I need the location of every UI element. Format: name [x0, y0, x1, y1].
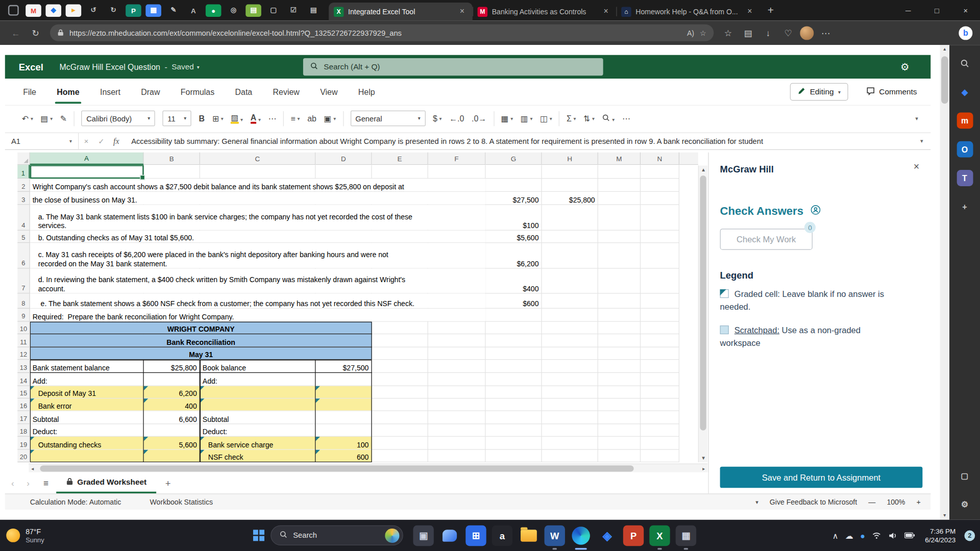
amazon-icon[interactable]: a [492, 525, 512, 545]
pinned-tab-icon[interactable]: P [126, 4, 141, 16]
favorites-icon[interactable]: ☆ [720, 24, 737, 41]
tab-close-icon[interactable]: × [457, 6, 468, 17]
profile-avatar[interactable] [800, 26, 814, 40]
downloads-icon[interactable]: ↓ [760, 24, 776, 41]
sheet-cell[interactable]: 5,600 [144, 437, 200, 449]
pinned-tab-icon[interactable]: ☑ [286, 4, 302, 16]
volume-icon[interactable] [888, 531, 897, 540]
status-chevron-icon[interactable]: ▾ [755, 499, 758, 505]
scroll-left-icon[interactable]: ◂ [31, 466, 34, 471]
minimize-button[interactable]: ─ [894, 0, 922, 20]
sheet-cell[interactable]: $5,600 [485, 231, 542, 242]
increase-decimal-icon[interactable]: .0→ [472, 114, 486, 123]
pinned-tab-icon[interactable]: ▤ [306, 4, 322, 16]
row-header[interactable]: 6 [17, 243, 30, 268]
more-commands-icon[interactable]: ⋯ [622, 114, 630, 123]
sort-filter-icon[interactable]: ⇅▾ [583, 114, 595, 123]
pinned-tab-icon[interactable]: ● [206, 4, 222, 16]
sheet-cell[interactable] [200, 386, 316, 398]
pinned-tab-icon[interactable]: ▦ [145, 4, 161, 16]
browser-essentials-icon[interactable]: ♡ [780, 24, 796, 41]
sheet-cell[interactable]: Bank service charge [200, 437, 316, 449]
new-tab-button[interactable]: + [768, 4, 774, 16]
prev-sheet-icon[interactable]: ‹ [11, 478, 14, 488]
row-header[interactable]: 18 [17, 424, 30, 436]
confirm-entry-icon[interactable]: ✓ [94, 137, 109, 145]
wifi-icon[interactable] [872, 531, 881, 540]
undo-icon[interactable]: ↶▾ [22, 114, 33, 123]
format-as-table-icon[interactable]: ▥▾ [521, 114, 533, 123]
row-header[interactable]: 11 [17, 334, 30, 347]
snipping-tool-icon[interactable]: ▣ [413, 525, 433, 545]
sheet-cell[interactable] [144, 450, 200, 462]
row-header[interactable]: 5 [17, 231, 30, 243]
column-header[interactable]: N [641, 153, 679, 165]
edge-discover-icon[interactable]: b [959, 26, 972, 40]
row-header[interactable]: 3 [17, 192, 30, 205]
zoom-out-icon[interactable]: — [868, 498, 875, 506]
font-name-select[interactable]: Calibri (Body)▾ [81, 111, 155, 127]
sheet-cell[interactable]: b. Outstanding checks as of May 31 total… [30, 231, 486, 242]
row-header[interactable]: 12 [17, 347, 30, 360]
sheet-cell[interactable]: Subtotal [30, 411, 144, 423]
row-header[interactable]: 15 [17, 386, 30, 398]
sheet-cell[interactable]: Deposit of May 31 [30, 386, 144, 398]
tab-close-icon[interactable]: × [601, 6, 611, 17]
sheet-cell[interactable]: a. The May 31 bank statement lists $100 … [30, 205, 486, 230]
sheet-cell[interactable] [315, 398, 372, 410]
tab-home[interactable]: Home [56, 85, 80, 99]
sheet-cell[interactable]: c. May 31 cash receipts of $6,200 were p… [30, 243, 486, 268]
pinned-tab-icon[interactable]: M [26, 4, 41, 16]
more-font-options-icon[interactable]: ⋯ [268, 114, 277, 123]
row-header[interactable]: 4 [17, 205, 30, 231]
grid-horizontal-scrollbar[interactable]: ◂ ▸ [29, 464, 707, 472]
taskbar-clock[interactable]: 7:36 PM 6/24/2023 [925, 527, 955, 544]
sheet-cell[interactable]: 600 [315, 450, 372, 462]
row-header[interactable]: 20 [17, 450, 30, 462]
word-icon[interactable]: W [545, 525, 565, 545]
teams-chat-icon[interactable] [439, 525, 460, 545]
bold-icon[interactable]: B [199, 114, 205, 123]
row-header[interactable]: 17 [17, 411, 30, 424]
panel-close-icon[interactable]: × [914, 161, 919, 172]
conditional-formatting-icon[interactable]: ▦▾ [501, 114, 513, 123]
address-bar[interactable]: https://ezto.mheducation.com/ext/common/… [50, 24, 714, 41]
sheet-cell[interactable] [315, 411, 372, 423]
maximize-button[interactable]: □ [922, 0, 951, 20]
page-scroll-down-icon[interactable]: ▼ [940, 511, 949, 520]
sheet-cell[interactable]: Deduct: [200, 424, 316, 436]
browser-tab[interactable]: XIntegrated Excel Tool× [329, 3, 473, 21]
cancel-entry-icon[interactable]: × [79, 137, 93, 145]
sheet-cell[interactable]: Subtotal [200, 411, 316, 423]
row-header[interactable]: 7 [17, 269, 30, 294]
column-header[interactable]: M [598, 153, 641, 165]
microsoft-store-icon[interactable]: ⊞ [465, 525, 486, 545]
wrap-text-icon[interactable]: ab [307, 114, 316, 123]
formula-bar-expand-icon[interactable]: ▾ [920, 138, 930, 144]
page-scroll-up-icon[interactable]: ▲ [940, 45, 949, 54]
grid-body[interactable]: Wright Company's cash account shows a $2… [30, 165, 698, 462]
settings-gear-icon[interactable]: ⚙ [900, 55, 910, 79]
sheet-cell[interactable]: e. The bank statement shows a $600 NSF c… [30, 294, 486, 308]
page-scrollbar-thumb[interactable] [941, 56, 948, 104]
sidebar-add-icon[interactable]: + [957, 198, 973, 215]
calculation-mode[interactable]: Calculation Mode: Automatic [30, 498, 121, 506]
collections-icon[interactable]: ▤ [740, 24, 756, 41]
sheet-cell[interactable]: NSF check [200, 450, 316, 462]
tab-view[interactable]: View [320, 85, 338, 99]
sheet-cell[interactable]: 6,600 [144, 411, 200, 423]
decrease-decimal-icon[interactable]: ←.0 [449, 114, 464, 123]
zoom-in-icon[interactable]: + [916, 498, 920, 506]
sheet-cell[interactable]: Bank Reconciliation [30, 334, 372, 346]
sheet-cell[interactable] [30, 450, 144, 462]
insert-function-icon[interactable]: fx [109, 136, 124, 146]
sheet-cell[interactable]: Bank error [30, 398, 144, 410]
sheet-cell[interactable]: Deduct: [30, 424, 144, 436]
sheet-cell[interactable]: 6,200 [144, 386, 200, 398]
save-status[interactable]: Saved▾ [172, 62, 199, 71]
pinned-tab-icon[interactable]: ▢ [265, 4, 281, 16]
row-header[interactable]: 9 [17, 309, 30, 322]
sidebar-settings-icon[interactable]: ⚙ [957, 496, 973, 512]
font-color-icon[interactable]: A▾ [251, 113, 261, 123]
sheet-cell[interactable]: $6,200 [485, 243, 542, 268]
